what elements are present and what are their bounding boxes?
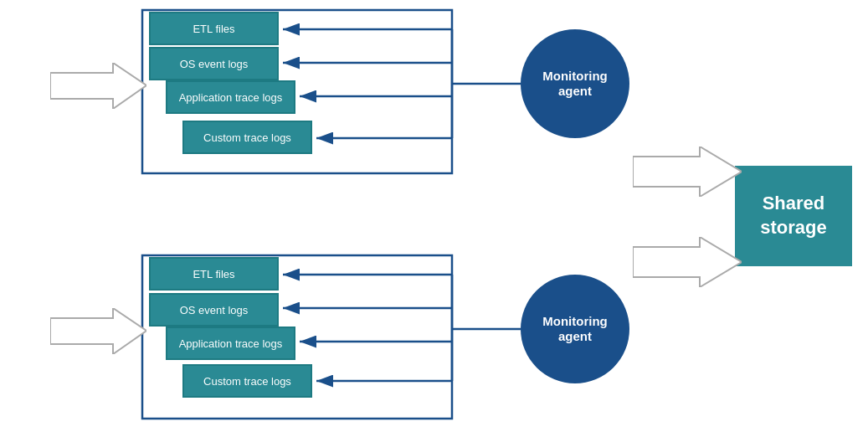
bottom-to-storage-arrow <box>633 237 742 287</box>
top-etl-box: ETL files <box>149 12 279 45</box>
top-monitoring-agent: Monitoring agent <box>521 29 629 138</box>
bottom-monitoring-agent: Monitoring agent <box>521 275 629 383</box>
top-app-trace-box: Application trace logs <box>166 80 295 114</box>
top-custom-trace-box: Custom trace logs <box>182 121 312 154</box>
shared-storage-box: Shared storage <box>735 166 852 266</box>
bottom-input-arrow <box>50 308 146 354</box>
bottom-etl-box: ETL files <box>149 257 279 291</box>
bottom-os-box: OS event logs <box>149 293 279 327</box>
svg-marker-16 <box>50 308 146 354</box>
svg-marker-17 <box>633 147 742 197</box>
svg-marker-15 <box>50 63 146 109</box>
svg-marker-18 <box>633 237 742 287</box>
bottom-app-trace-box: Application trace logs <box>166 327 295 360</box>
top-to-storage-arrow <box>633 147 742 197</box>
top-os-box: OS event logs <box>149 47 279 80</box>
bottom-custom-trace-box: Custom trace logs <box>182 364 312 398</box>
top-input-arrow <box>50 63 146 109</box>
architecture-diagram: ETL files OS event logs Application trac… <box>0 0 868 432</box>
